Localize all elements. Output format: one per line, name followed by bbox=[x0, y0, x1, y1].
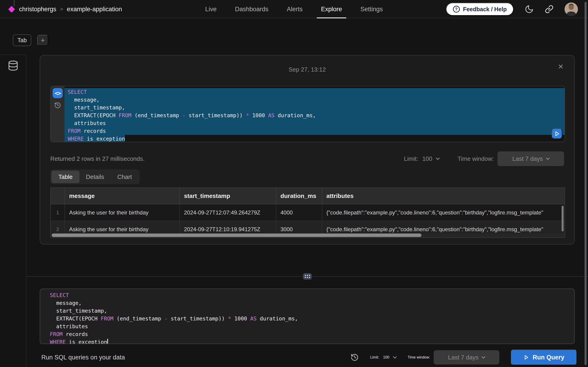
horizontal-scrollbar-thumb[interactable] bbox=[52, 234, 422, 237]
nav-item-live[interactable]: Live bbox=[204, 0, 217, 18]
table-header-row: messagestart_timestampduration_msattribu… bbox=[51, 188, 565, 204]
vertical-scrollbar-thumb[interactable] bbox=[562, 206, 564, 232]
limit-label: Limit: bbox=[370, 355, 379, 359]
editor-scrollbar-thumb[interactable] bbox=[585, 2, 587, 365]
nav-item-dashboards[interactable]: Dashboards bbox=[234, 0, 269, 18]
chevron-down-icon bbox=[482, 355, 485, 359]
text-cursor bbox=[107, 339, 108, 344]
query-history-icon[interactable] bbox=[351, 353, 359, 361]
executed-query-block: <> SELECT message, start_timestamp, EXTR… bbox=[50, 86, 565, 142]
tab-details[interactable]: Details bbox=[80, 171, 110, 183]
column-header-message[interactable]: message bbox=[65, 188, 179, 204]
logo-stem bbox=[14, 0, 15, 6]
user-avatar[interactable] bbox=[565, 2, 578, 16]
history-icon[interactable] bbox=[54, 102, 61, 109]
column-header-attributes[interactable]: attributes bbox=[322, 188, 565, 204]
limit-value[interactable]: 100 bbox=[422, 155, 432, 162]
top-nav: christophergs > example-application Live… bbox=[0, 0, 588, 18]
avatar-photo bbox=[565, 2, 578, 16]
tab-chart[interactable]: Chart bbox=[111, 171, 138, 183]
chevron-down-icon bbox=[546, 156, 550, 160]
feedback-help-button[interactable]: ? Feedback / Help bbox=[446, 3, 514, 16]
breadcrumb-project[interactable]: example-application bbox=[67, 6, 122, 13]
resize-handle[interactable] bbox=[303, 273, 312, 280]
result-timestamp: Sep 27, 13:12 bbox=[40, 66, 574, 73]
column-header-start_timestamp[interactable]: start_timestamp bbox=[179, 188, 276, 204]
cell-message: Asking the user for their birthday bbox=[65, 204, 179, 221]
limit-label: Limit: bbox=[404, 155, 418, 162]
nav-item-settings[interactable]: Settings bbox=[359, 0, 384, 18]
result-view-tabs: Table Details Chart bbox=[50, 169, 140, 184]
nav-item-alerts[interactable]: Alerts bbox=[286, 0, 303, 18]
breadcrumb: christophergs > example-application bbox=[9, 0, 122, 18]
query-block-gutter: <> bbox=[51, 86, 65, 142]
play-icon bbox=[554, 131, 560, 137]
run-query-label: Run Query bbox=[533, 354, 564, 361]
nav-item-explore[interactable]: Explore bbox=[320, 0, 343, 18]
query-tabs-bar: Tab + bbox=[13, 34, 48, 46]
row-number: 1 bbox=[51, 204, 65, 221]
cell-attributes: {"code.filepath":"example.py","code.line… bbox=[322, 204, 565, 221]
horizontal-scrollbar bbox=[51, 234, 564, 237]
main-nav: Live Dashboards Alerts Explore Settings bbox=[204, 0, 384, 18]
add-tab-button[interactable]: + bbox=[37, 35, 48, 46]
rerun-query-button[interactable] bbox=[552, 128, 562, 139]
query-footer-bar: Run SQL queries on your data Limit: 100 … bbox=[0, 348, 588, 367]
link-icon bbox=[545, 5, 553, 14]
executed-sql-text[interactable]: SELECT message, start_timestamp, EXTRACT… bbox=[65, 86, 565, 142]
time-window-label: Time window: bbox=[408, 355, 430, 359]
code-icon[interactable]: <> bbox=[52, 88, 63, 98]
question-circle-icon: ? bbox=[453, 6, 460, 13]
results-table: messagestart_timestampduration_msattribu… bbox=[50, 187, 565, 238]
chevron-down-icon[interactable] bbox=[393, 355, 397, 359]
run-query-button[interactable]: Run Query bbox=[511, 350, 577, 365]
logfire-logo-icon bbox=[8, 6, 15, 13]
chevron-down-icon[interactable] bbox=[436, 156, 440, 160]
query-status-text: Returned 2 rows in 27 milliseconds. bbox=[50, 155, 145, 162]
row-number-header bbox=[51, 188, 65, 204]
table-row[interactable]: 1Asking the user for their birthday2024-… bbox=[51, 204, 565, 221]
sql-editor[interactable]: SELECT message, start_timestamp, EXTRACT… bbox=[40, 289, 575, 344]
share-link-button[interactable] bbox=[545, 5, 553, 14]
time-window-select[interactable]: Last 7 days bbox=[498, 151, 564, 166]
limit-value[interactable]: 100 bbox=[383, 355, 389, 359]
tab-chip[interactable]: Tab bbox=[13, 34, 31, 46]
left-sidebar bbox=[0, 55, 26, 367]
play-icon bbox=[523, 355, 529, 360]
dark-mode-toggle[interactable] bbox=[525, 5, 534, 14]
schema-browser-button[interactable] bbox=[8, 60, 19, 71]
time-window-select[interactable]: Last 7 days bbox=[434, 350, 499, 365]
query-result-card: Sep 27, 13:12 ✕ <> SELECT message, start… bbox=[40, 55, 575, 244]
cell-duration_ms: 4000 bbox=[276, 204, 322, 221]
column-header-duration_ms[interactable]: duration_ms bbox=[276, 188, 322, 204]
editor-hint-text: Run SQL queries on your data bbox=[41, 354, 125, 361]
time-window-value: Last 7 days bbox=[512, 155, 543, 162]
breadcrumb-org[interactable]: christophergs bbox=[19, 6, 56, 13]
moon-icon bbox=[525, 5, 534, 14]
time-window-value: Last 7 days bbox=[448, 354, 479, 361]
database-icon bbox=[8, 60, 19, 71]
cell-start_timestamp: 2024-09-27T12:07:49.264279Z bbox=[179, 204, 276, 221]
breadcrumb-separator: > bbox=[60, 6, 63, 12]
time-window-label: Time window: bbox=[458, 155, 494, 162]
close-icon[interactable]: ✕ bbox=[558, 63, 564, 70]
feedback-help-label: Feedback / Help bbox=[463, 6, 507, 13]
tab-table[interactable]: Table bbox=[52, 171, 79, 183]
